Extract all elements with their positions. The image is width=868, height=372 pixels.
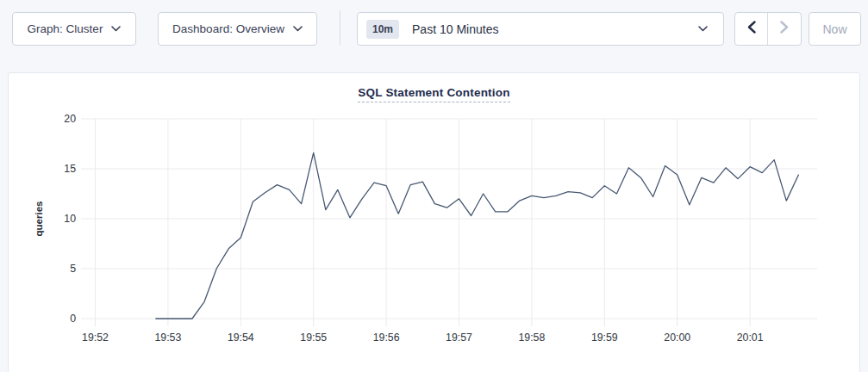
- svg-text:19:59: 19:59: [591, 332, 618, 344]
- chevron-down-icon: [293, 26, 303, 32]
- svg-text:10: 10: [64, 213, 76, 225]
- svg-text:19:55: 19:55: [300, 332, 327, 344]
- graph-selector-label: Graph: Cluster: [28, 22, 103, 35]
- dashboard-selector-label: Dashboard: Overview: [172, 22, 284, 35]
- dashboard-selector-dropdown[interactable]: Dashboard: Overview: [158, 12, 317, 46]
- now-button-label: Now: [822, 22, 846, 36]
- svg-text:19:53: 19:53: [155, 332, 182, 344]
- chevron-down-icon: [698, 26, 708, 32]
- svg-text:20:01: 20:01: [737, 332, 764, 344]
- svg-text:19:56: 19:56: [373, 332, 400, 344]
- time-window-arrows: [734, 12, 802, 46]
- next-time-window-button[interactable]: [768, 13, 801, 45]
- graph-selector-dropdown[interactable]: Graph: Cluster: [12, 12, 136, 46]
- svg-text:19:58: 19:58: [519, 332, 546, 344]
- svg-text:queries: queries: [34, 202, 44, 237]
- svg-text:5: 5: [70, 263, 76, 275]
- chevron-right-icon: [780, 21, 789, 37]
- chevron-left-icon: [747, 21, 756, 37]
- toolbar-divider: [340, 10, 340, 45]
- time-range-selector[interactable]: 10m Past 10 Minutes: [357, 12, 724, 46]
- prev-time-window-button[interactable]: [735, 13, 768, 45]
- contention-chart[interactable]: 0510152019:5219:5319:5419:5519:5619:5719…: [0, 72, 868, 372]
- time-range-badge: 10m: [366, 20, 399, 39]
- chevron-down-icon: [111, 26, 121, 32]
- svg-text:20:00: 20:00: [664, 332, 690, 344]
- svg-text:19:54: 19:54: [228, 332, 254, 344]
- svg-text:20: 20: [64, 113, 76, 125]
- svg-text:19:57: 19:57: [446, 332, 472, 344]
- now-button[interactable]: Now: [809, 12, 861, 46]
- svg-text:0: 0: [70, 313, 76, 325]
- time-range-label: Past 10 Minutes: [412, 22, 698, 36]
- svg-text:15: 15: [64, 163, 76, 175]
- svg-text:19:52: 19:52: [82, 332, 109, 344]
